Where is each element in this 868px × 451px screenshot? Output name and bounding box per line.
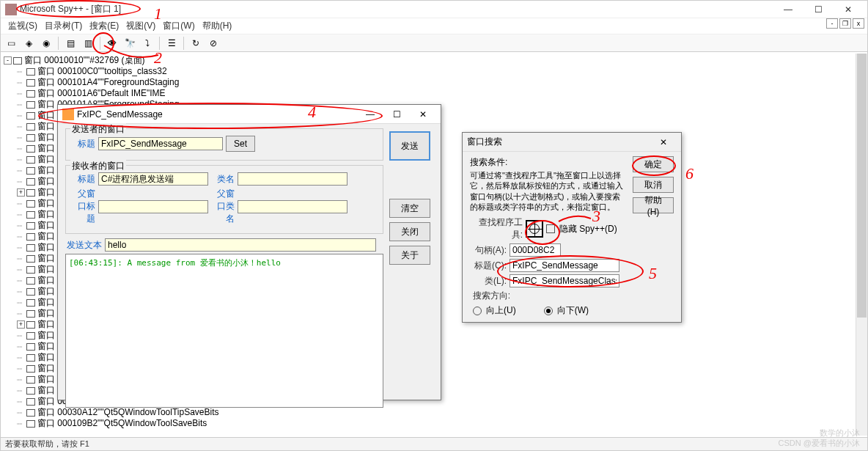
set-button[interactable]: Set (226, 136, 255, 152)
menu-item[interactable]: 帮助(H) (201, 18, 234, 34)
group-sender: 发送者的窗口 标题 Set (65, 128, 383, 161)
tree-item[interactable]: ┈窗口 000101A4""ForegroundStaging (4, 77, 864, 88)
label-conditions: 搜索条件: (470, 156, 627, 169)
close-button[interactable]: 关闭 (389, 222, 430, 241)
tool-binoculars-icon[interactable]: 🔭 (122, 36, 137, 51)
dialog-minimize[interactable]: — (357, 106, 383, 122)
dialog-title: 窗口搜索 (467, 136, 650, 148)
tool-log-icon[interactable]: ▤ (63, 36, 78, 51)
class-input[interactable] (510, 274, 619, 287)
app-icon (5, 4, 17, 15)
toolbar: ▭ ◈ ◉ ▤ ▥ 👁 🔭 ⤵ ☰ ↻ ⊘ (1, 34, 867, 52)
dialog-title: FxIPC_SendMessage (77, 109, 357, 120)
tool-refresh-icon[interactable]: ↻ (188, 36, 203, 51)
close-button[interactable]: ✕ (834, 2, 863, 17)
tool-log-options-icon[interactable]: ▥ (81, 36, 95, 51)
parent-title-input[interactable] (98, 200, 208, 213)
tree-item[interactable]: -窗口 00010010""#32769 (桌面) (4, 55, 864, 66)
caption-input[interactable] (510, 259, 619, 272)
dialog-windowsearch: 窗口搜索 ✕ 搜索条件: 可通过将"查找程序工具"拖至窗口上以选择它，然后释放鼠… (462, 132, 682, 323)
hide-checkbox[interactable] (546, 224, 555, 233)
dialog-maximize[interactable]: ☐ (383, 106, 410, 122)
sender-title-input[interactable] (98, 137, 223, 150)
tool-find-icon[interactable]: 👁 (105, 36, 119, 51)
tool-stop-icon[interactable]: ⊘ (206, 36, 221, 51)
scrollbar[interactable] (856, 54, 867, 436)
mdi-min[interactable]: - (826, 18, 838, 29)
send-text-input[interactable] (105, 238, 376, 252)
dialog-icon (62, 109, 74, 120)
tool-windows-icon[interactable]: ▭ (4, 36, 18, 51)
recv-class-input[interactable] (238, 172, 347, 186)
recv-title-input[interactable] (98, 172, 208, 186)
window-title: Microsoft Spy++ - [窗口 1] (20, 3, 773, 15)
finder-tool-icon[interactable] (526, 220, 543, 238)
tool-threads-icon[interactable]: ◉ (39, 36, 54, 51)
menu-item[interactable]: 目录树(T) (43, 18, 84, 34)
tool-properties-icon[interactable]: ☰ (164, 36, 179, 51)
menu-item[interactable]: 窗口(W) (161, 18, 196, 34)
description-text: 可通过将"查找程序工具"拖至窗口上以选择它，然后释放鼠标按钮的方式，或通过输入窗… (470, 170, 627, 212)
statusbar: 若要获取帮助，请按 F1 (1, 437, 867, 450)
radio-down[interactable] (544, 307, 553, 315)
dialog-sendmessage: FxIPC_SendMessage — ☐ ✕ 发送者的窗口 标题 Set 接收… (57, 104, 441, 400)
help-button[interactable]: 帮助(H) (633, 197, 674, 213)
tree-item[interactable]: ┈窗口 000109B2""Qt5QWindowToolSaveBits (4, 418, 864, 429)
menubar: 监视(S) 目录树(T) 搜索(E) 视图(V) 窗口(W) 帮助(H) (1, 18, 867, 34)
menu-item[interactable]: 搜索(E) (88, 18, 120, 34)
dialog-close[interactable]: ✕ (410, 106, 436, 122)
maximize-button[interactable]: ☐ (803, 2, 833, 17)
handle-input[interactable] (510, 243, 561, 257)
mdi-restore[interactable]: ❐ (839, 18, 851, 29)
minimize-button[interactable]: — (773, 2, 803, 17)
menu-item[interactable]: 视图(V) (125, 18, 157, 34)
scrollbar-thumb[interactable] (857, 54, 867, 318)
cancel-button[interactable]: 取消 (633, 177, 674, 193)
mdi-close[interactable]: x (853, 18, 864, 29)
ok-button[interactable]: 确定 (633, 156, 674, 172)
dialog-titlebar[interactable]: 窗口搜索 ✕ (463, 133, 681, 152)
tree-item[interactable]: ┈窗口 000101A6"Default IME"IME (4, 88, 864, 99)
about-button[interactable]: 关于 (389, 246, 430, 265)
send-button[interactable]: 发送 (389, 131, 430, 161)
menu-item[interactable]: 监视(S) (7, 18, 39, 34)
group-receiver: 接收者的窗口 标题 类名 父窗口标题 父窗口类名 (65, 165, 383, 234)
dialog-close[interactable]: ✕ (650, 134, 677, 150)
watermark: CSDN @爱看书的小沐 (779, 438, 860, 449)
titlebar: Microsoft Spy++ - [窗口 1] — ☐ ✕ (1, 1, 867, 18)
parent-class-input[interactable] (238, 200, 347, 213)
tree-item[interactable]: ┈窗口 000100C0""tooltips_class32 (4, 66, 864, 77)
mdi-buttons: - ❐ x (826, 18, 864, 29)
watermark: 数学的小沐 (820, 428, 860, 439)
clear-button[interactable]: 清空 (389, 199, 430, 218)
tool-processes-icon[interactable]: ◈ (21, 36, 36, 51)
tool-findnext-icon[interactable]: ⤵ (140, 36, 155, 51)
dialog-titlebar[interactable]: FxIPC_SendMessage — ☐ ✕ (58, 105, 441, 124)
log-area[interactable]: [06:43:15]: A message from 爱看书的小沐！hello (65, 254, 383, 408)
radio-up[interactable] (473, 307, 482, 315)
